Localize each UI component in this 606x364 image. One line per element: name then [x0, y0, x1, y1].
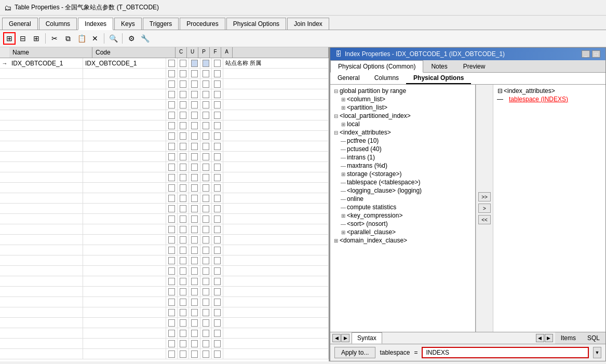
- expand-icon-parallel[interactable]: ⊞: [340, 230, 347, 235]
- empty-f-cell[interactable]: [200, 318, 212, 328]
- empty-a-cell[interactable]: [212, 131, 223, 141]
- empty-name-cell[interactable]: [9, 224, 83, 234]
- properties-button-1[interactable]: ⚙: [125, 32, 138, 45]
- c-checkbox-cell[interactable]: [166, 58, 178, 68]
- empty-c-cell[interactable]: [166, 214, 178, 224]
- empty-code-cell[interactable]: [83, 131, 166, 141]
- expand-icon-key-compression[interactable]: ⊞: [340, 213, 347, 219]
- empty-p-cell[interactable]: [189, 152, 200, 161]
- empty-code-cell[interactable]: [83, 235, 166, 245]
- tablespace-value-input[interactable]: [422, 347, 589, 358]
- empty-a-cell[interactable]: [212, 204, 223, 213]
- empty-a-cell[interactable]: [212, 245, 223, 255]
- empty-c-cell[interactable]: [166, 287, 178, 296]
- empty-desc-cell[interactable]: [223, 204, 329, 213]
- empty-row[interactable]: [0, 349, 329, 359]
- empty-a-cell[interactable]: [212, 110, 223, 120]
- minimize-button[interactable]: _: [582, 50, 590, 58]
- empty-u-cell[interactable]: [178, 224, 189, 234]
- empty-p-cell[interactable]: [189, 120, 200, 130]
- empty-c-cell[interactable]: [166, 297, 178, 307]
- empty-desc-cell[interactable]: [223, 141, 329, 151]
- table-row[interactable]: → IDX_OBTCODE_1 IDX_OBTCODE_1 站点名称 所属: [0, 58, 329, 69]
- tree-node-sort[interactable]: — <sort> (nosort): [330, 220, 475, 228]
- apply-to-button[interactable]: Apply to...: [334, 347, 375, 358]
- empty-name-cell[interactable]: [9, 339, 83, 348]
- empty-desc-cell[interactable]: [223, 297, 329, 307]
- empty-row[interactable]: [0, 245, 329, 255]
- empty-name-cell[interactable]: [9, 69, 83, 78]
- empty-u-cell[interactable]: [178, 79, 189, 89]
- empty-p-cell[interactable]: [189, 183, 200, 193]
- empty-p-cell[interactable]: [189, 266, 200, 276]
- empty-code-cell[interactable]: [83, 120, 166, 130]
- empty-a-cell[interactable]: [212, 69, 223, 78]
- empty-name-cell[interactable]: [9, 172, 83, 182]
- empty-u-cell[interactable]: [178, 297, 189, 307]
- empty-f-cell[interactable]: [200, 79, 212, 89]
- subtab-general[interactable]: General: [330, 73, 367, 84]
- empty-code-cell[interactable]: [83, 255, 166, 265]
- empty-p-cell[interactable]: [189, 318, 200, 328]
- empty-code-cell[interactable]: [83, 193, 166, 203]
- empty-c-cell[interactable]: [166, 276, 178, 286]
- empty-a-cell[interactable]: [212, 162, 223, 172]
- empty-row[interactable]: [0, 255, 329, 266]
- empty-desc-cell[interactable]: [223, 193, 329, 203]
- empty-p-cell[interactable]: [189, 287, 200, 296]
- insert-index-button[interactable]: ⊟: [17, 32, 29, 45]
- empty-row[interactable]: [0, 193, 329, 204]
- empty-p-cell[interactable]: [189, 255, 200, 265]
- empty-p-cell[interactable]: [189, 297, 200, 307]
- empty-desc-cell[interactable]: [223, 339, 329, 348]
- empty-code-cell[interactable]: [83, 152, 166, 161]
- attr-expand-icon[interactable]: ⊟: [496, 87, 504, 95]
- empty-p-cell[interactable]: [189, 214, 200, 224]
- expand-icon-index-attrs[interactable]: ⊟: [332, 130, 340, 136]
- empty-row[interactable]: [0, 266, 329, 276]
- empty-name-cell[interactable]: [9, 100, 83, 110]
- empty-name-cell[interactable]: [9, 131, 83, 141]
- empty-c-cell[interactable]: [166, 120, 178, 130]
- empty-c-cell[interactable]: [166, 266, 178, 276]
- empty-row[interactable]: [0, 172, 329, 183]
- bottom-tab-items[interactable]: Items: [555, 332, 582, 344]
- empty-c-cell[interactable]: [166, 328, 178, 338]
- empty-u-cell[interactable]: [178, 162, 189, 172]
- empty-f-cell[interactable]: [200, 266, 212, 276]
- empty-c-cell[interactable]: [166, 339, 178, 348]
- empty-p-cell[interactable]: [189, 100, 200, 110]
- tree-node-logging[interactable]: — <logging_clause> (logging): [330, 186, 475, 195]
- empty-code-cell[interactable]: [83, 162, 166, 172]
- empty-f-cell[interactable]: [200, 339, 212, 348]
- tree-node-local[interactable]: ⊞ local: [330, 120, 475, 128]
- empty-f-cell[interactable]: [200, 276, 212, 286]
- empty-u-cell[interactable]: [178, 131, 189, 141]
- empty-a-cell[interactable]: [212, 224, 223, 234]
- tab-general[interactable]: General: [2, 18, 38, 30]
- empty-a-cell[interactable]: [212, 120, 223, 130]
- empty-desc-cell[interactable]: [223, 162, 329, 172]
- tab-indexes[interactable]: Indexes: [78, 18, 113, 30]
- empty-p-cell[interactable]: [189, 245, 200, 255]
- empty-f-cell[interactable]: [200, 100, 212, 110]
- f-checkbox-cell[interactable]: [200, 58, 212, 68]
- empty-a-cell[interactable]: [212, 172, 223, 182]
- tab-join-index[interactable]: Join Index: [287, 18, 329, 30]
- tree-node-parallel[interactable]: ⊞ <parallel_clause>: [330, 228, 475, 236]
- empty-name-cell[interactable]: [9, 318, 83, 328]
- empty-p-cell[interactable]: [189, 79, 200, 89]
- empty-row[interactable]: [0, 224, 329, 235]
- empty-f-cell[interactable]: [200, 349, 212, 359]
- empty-u-cell[interactable]: [178, 204, 189, 213]
- empty-f-cell[interactable]: [200, 193, 212, 203]
- empty-c-cell[interactable]: [166, 172, 178, 182]
- empty-p-cell[interactable]: [189, 339, 200, 348]
- empty-code-cell[interactable]: [83, 110, 166, 120]
- empty-u-cell[interactable]: [178, 120, 189, 130]
- empty-name-cell[interactable]: [9, 204, 83, 213]
- tree-node-global-partition[interactable]: ⊟ global partition by range: [330, 87, 475, 95]
- empty-code-cell[interactable]: [83, 328, 166, 338]
- expand-icon-domain-index[interactable]: ⊞: [332, 238, 340, 244]
- empty-desc-cell[interactable]: [223, 100, 329, 110]
